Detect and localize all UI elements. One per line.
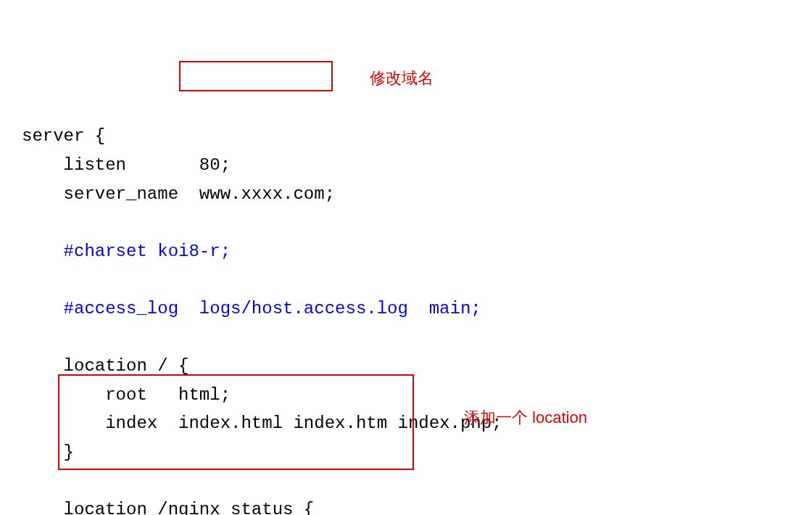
annotation-location: 添加一个 location: [464, 405, 587, 431]
code-line: server {: [22, 126, 105, 146]
code-line: location / {: [22, 356, 188, 376]
code-line: root html;: [22, 385, 231, 405]
code-block: server { listen 80; server_name www.xxxx…: [22, 122, 790, 515]
code-line: }: [22, 442, 74, 462]
code-line-part: server_name: [22, 184, 199, 204]
indent: [22, 242, 64, 261]
code-line: location /nginx_status {: [22, 500, 314, 515]
code-line: index index.html index.htm index.php;: [22, 413, 502, 433]
highlight-server-name: [179, 61, 333, 91]
annotation-domain: 修改域名: [370, 65, 434, 91]
code-line: listen 80;: [22, 155, 231, 175]
server-name-value: www.xxxx.com;: [199, 184, 335, 204]
indent: [22, 299, 64, 318]
comment-access-log: #access_log logs/host.access.log main;: [64, 299, 481, 318]
comment-charset: #charset koi8-r;: [64, 242, 231, 261]
